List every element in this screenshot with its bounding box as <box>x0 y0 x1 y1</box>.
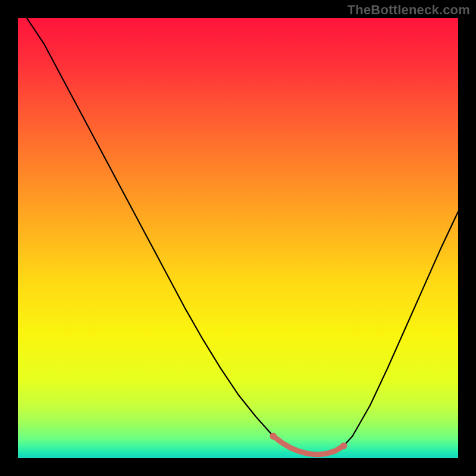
chart-frame: TheBottleneck.com <box>0 0 476 476</box>
svg-point-1 <box>270 433 277 440</box>
svg-point-2 <box>340 442 347 449</box>
watermark: TheBottleneck.com <box>347 2 470 18</box>
optimal-zone-highlight <box>18 18 458 458</box>
plot-area <box>18 18 458 458</box>
